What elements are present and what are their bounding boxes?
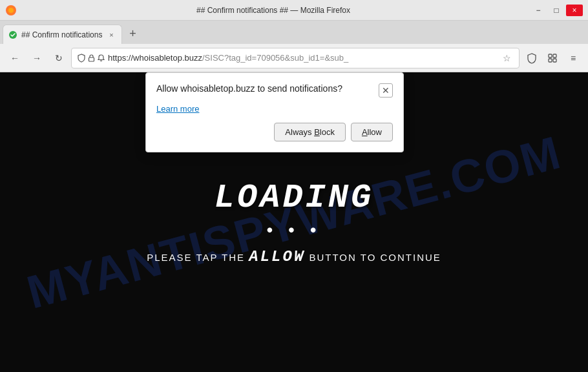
svg-rect-3 bbox=[89, 57, 94, 61]
svg-rect-5 bbox=[553, 54, 556, 57]
title-bar-title: ## Confirm notifications ## — Mozilla Fi… bbox=[17, 6, 530, 15]
url-domain: whoisabletop.buzz bbox=[133, 53, 202, 63]
tab-bar: ## Confirm notifications × + bbox=[0, 21, 588, 44]
url-highlight: https:// bbox=[108, 53, 133, 63]
reload-button[interactable]: ↻ bbox=[49, 48, 68, 68]
close-button[interactable]: × bbox=[566, 5, 583, 16]
window-title-text: ## Confirm notifications ## — Mozilla Fi… bbox=[196, 6, 350, 15]
title-bar: ## Confirm notifications ## — Mozilla Fi… bbox=[0, 0, 588, 21]
nav-right-buttons: ≡ bbox=[522, 48, 583, 68]
popup-question-text: Allow whoisabletop.buzz to send notifica… bbox=[156, 83, 379, 94]
svg-rect-6 bbox=[549, 59, 552, 62]
url-text: https://whoisabletop.buzz/SISC?tag_id=70… bbox=[108, 53, 497, 63]
address-bar[interactable]: https://whoisabletop.buzz/SISC?tag_id=70… bbox=[71, 48, 520, 68]
popup-learn-more-link[interactable]: Learn more bbox=[156, 104, 393, 114]
popup-close-button[interactable]: ✕ bbox=[379, 83, 393, 98]
url-path: /SISC?tag_id=709056&sub_id1=&sub_ bbox=[202, 53, 348, 63]
extensions-button[interactable] bbox=[543, 48, 562, 68]
subtitle-allow: ALLOW bbox=[249, 248, 305, 265]
svg-point-1 bbox=[8, 8, 14, 13]
page-content: MYANTISPYWARE.COM LOADING • • • PLEASE T… bbox=[0, 72, 588, 372]
svg-rect-4 bbox=[549, 54, 552, 57]
back-button[interactable]: ← bbox=[5, 48, 25, 68]
shield-button[interactable] bbox=[522, 48, 541, 68]
maximize-button[interactable]: □ bbox=[548, 5, 565, 16]
subtitle-pre: PLEASE TAP THE bbox=[147, 252, 249, 263]
popup-actions: Always Block Allow bbox=[156, 123, 393, 141]
extensions-icon bbox=[547, 52, 558, 64]
browser-window: ## Confirm notifications ## — Mozilla Fi… bbox=[0, 0, 588, 372]
title-bar-controls: − □ × bbox=[530, 5, 583, 16]
shield-nav-icon bbox=[526, 52, 538, 64]
minimize-button[interactable]: − bbox=[530, 5, 547, 16]
active-tab[interactable]: ## Confirm notifications × bbox=[3, 25, 122, 44]
subtitle-post: BUTTON TO CONTINUE bbox=[305, 252, 441, 263]
loading-title: LOADING bbox=[147, 179, 441, 217]
tracking-protection-icon bbox=[77, 54, 86, 63]
svg-rect-7 bbox=[553, 59, 556, 62]
notification-popup: Allow whoisabletop.buzz to send notifica… bbox=[145, 72, 404, 152]
new-tab-button[interactable]: + bbox=[123, 25, 142, 43]
tab-title-text: ## Confirm notifications bbox=[21, 30, 102, 39]
lock-icon bbox=[87, 54, 96, 62]
tab-favicon-icon bbox=[8, 30, 17, 39]
loading-dots: • • • bbox=[147, 220, 441, 240]
nav-bar: ← → ↻ https://whoisab bbox=[0, 44, 588, 72]
notification-icon bbox=[97, 54, 105, 62]
allow-button[interactable]: Allow bbox=[351, 123, 393, 141]
popup-header: Allow whoisabletop.buzz to send notifica… bbox=[156, 83, 393, 98]
security-icons bbox=[77, 54, 105, 63]
loading-container: LOADING • • • PLEASE TAP THE ALLOW BUTTO… bbox=[147, 179, 441, 265]
title-bar-left bbox=[5, 5, 17, 16]
always-block-button[interactable]: Always Block bbox=[274, 123, 346, 141]
loading-subtitle: PLEASE TAP THE ALLOW BUTTON TO CONTINUE bbox=[147, 248, 441, 265]
firefox-logo-icon bbox=[5, 5, 17, 16]
bookmark-button[interactable]: ☆ bbox=[499, 51, 514, 65]
forward-button[interactable]: → bbox=[27, 48, 47, 68]
menu-button[interactable]: ≡ bbox=[563, 48, 583, 68]
tab-close-button[interactable]: × bbox=[106, 30, 116, 40]
